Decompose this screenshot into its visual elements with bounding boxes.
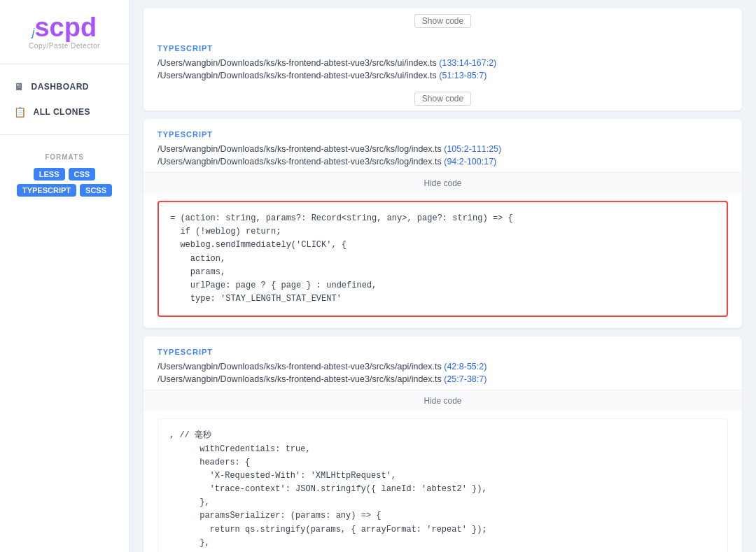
sidebar-nav: 🖥 DASHBOARD 📋 ALL CLONES — [0, 71, 129, 127]
show-code-bar-top[interactable]: Show code — [144, 8, 742, 33]
logo: jscpd — [32, 14, 97, 41]
sidebar-item-label: DASHBOARD — [31, 82, 90, 92]
clone-header-1: TYPESCRIPT /Users/wangbin/Downloads/ks/k… — [144, 33, 742, 86]
clone-type-2: TYPESCRIPT — [158, 130, 728, 139]
clone-path-3-1: /Users/wangbin/Downloads/ks/ks-frontend-… — [158, 374, 728, 384]
tag-scss[interactable]: SCSS — [80, 184, 112, 197]
clone-path-1-1: /Users/wangbin/Downloads/ks/ks-frontend-… — [158, 71, 728, 80]
tag-css[interactable]: CSS — [69, 168, 96, 181]
monitor-icon: 🖥 — [14, 81, 24, 92]
tag-less[interactable]: LESS — [34, 168, 65, 181]
clone-header-3: TYPESCRIPT /Users/wangbin/Downloads/ks/k… — [144, 337, 742, 390]
line-ref-1-1: (51:13-85:7) — [439, 71, 486, 80]
formats-divider — [0, 134, 129, 135]
code-block-3: , // 毫秒 withCredentials: true, headers: … — [158, 418, 728, 552]
clone-card-3: TYPESCRIPT /Users/wangbin/Downloads/ks/k… — [144, 337, 742, 552]
line-ref-1-0: (133:14-167:2) — [439, 58, 496, 68]
show-code-label[interactable]: Show code — [414, 14, 471, 28]
line-ref-3-0: (42:8-55:2) — [444, 362, 486, 371]
code-block-2: = (action: string, params?: Record<strin… — [158, 201, 728, 317]
logo-scpd: scpd — [34, 13, 97, 42]
tag-typescript[interactable]: TYPESCRIPT — [17, 184, 76, 197]
clone-path-3-0: /Users/wangbin/Downloads/ks/ks-frontend-… — [158, 362, 728, 371]
clone-type-1: TYPESCRIPT — [158, 44, 728, 52]
clone-path-2-1: /Users/wangbin/Downloads/ks/ks-frontend-… — [158, 157, 728, 167]
logo-area: jscpd Copy/Paste Detector — [0, 0, 129, 57]
show-code-label-bottom[interactable]: Show code — [414, 92, 471, 106]
formats-section: FORMATS LESS CSS TYPESCRIPT SCSS — [0, 142, 129, 202]
clone-card-1: Show code TYPESCRIPT /Users/wangbin/Down… — [144, 8, 742, 111]
clones-icon: 📋 — [14, 106, 27, 118]
hide-code-bar-3[interactable]: Hide code — [144, 390, 742, 411]
sidebar-divider — [0, 64, 129, 64]
line-ref-2-0: (105:2-111:25) — [444, 144, 501, 154]
line-ref-2-1: (94:2-100:17) — [444, 157, 496, 167]
logo-subtitle: Copy/Paste Detector — [29, 42, 100, 50]
line-ref-3-1: (25:7-38:7) — [444, 374, 486, 384]
clone-path-1-0: /Users/wangbin/Downloads/ks/ks-frontend-… — [158, 58, 728, 68]
sidebar-item-label: ALL CLONES — [34, 107, 90, 117]
clone-card-2: TYPESCRIPT /Users/wangbin/Downloads/ks/k… — [144, 119, 742, 328]
sidebar-item-dashboard[interactable]: 🖥 DASHBOARD — [0, 74, 129, 99]
clone-type-3: TYPESCRIPT — [158, 348, 728, 356]
sidebar: jscpd Copy/Paste Detector 🖥 DASHBOARD 📋 … — [0, 0, 130, 552]
show-code-bar-bottom-1[interactable]: Show code — [144, 86, 742, 111]
hide-code-bar-2[interactable]: Hide code — [144, 172, 742, 194]
sidebar-item-all-clones[interactable]: 📋 ALL CLONES — [0, 99, 129, 125]
formats-label: FORMATS — [11, 153, 118, 161]
clone-path-2-0: /Users/wangbin/Downloads/ks/ks-frontend-… — [158, 144, 728, 154]
format-tags: LESS CSS TYPESCRIPT SCSS — [11, 168, 118, 197]
main-content: Show code TYPESCRIPT /Users/wangbin/Down… — [130, 0, 756, 552]
clone-header-2: TYPESCRIPT /Users/wangbin/Downloads/ks/k… — [144, 119, 742, 172]
